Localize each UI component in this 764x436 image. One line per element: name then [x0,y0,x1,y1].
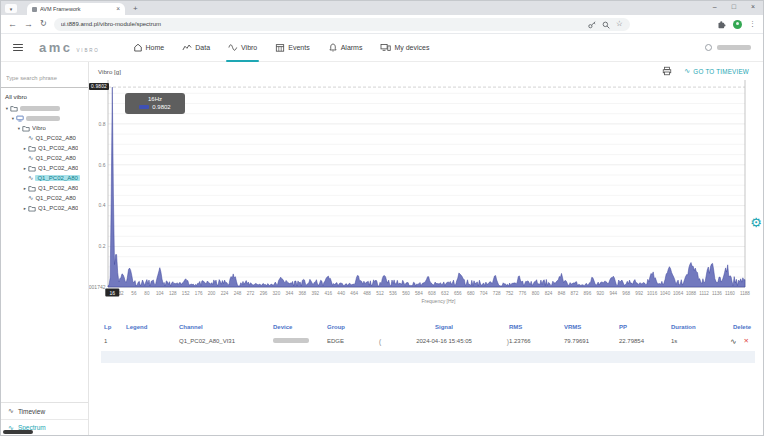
tree-item-folder[interactable]: ▸Q1_PC02_A80 [1,163,88,173]
table-header-group: Group [327,324,379,330]
sidebar: All vibro ▾▾▾Vibro∿Q1_PC02_A80▸Q1_PC02_A… [1,62,89,435]
folder-icon [28,165,36,172]
timeview-wave-icon: ∿ [684,67,690,75]
cell-rms: 1.23766 [509,338,564,344]
bottom-dark-bar [3,430,33,434]
svg-text:728: 728 [493,291,501,296]
nav-item-data[interactable]: Data [173,34,219,62]
user-name-redacted [717,45,751,50]
cursor-y-badge: 0.9802 [89,83,109,90]
wave-icon: ∿ [28,195,33,202]
table-header-legend: Legend [123,324,179,330]
nav-item-alarms[interactable]: Alarms [319,34,372,62]
table-header-vrms: VRMS [564,324,619,330]
svg-text:416: 416 [324,291,332,296]
nav-item-vibro[interactable]: Vibro [219,34,266,62]
tree-item-folder[interactable]: ▾ [1,113,88,123]
print-icon[interactable] [662,62,672,80]
nav-label: Home [146,44,165,51]
logo-subtext: VIBRO [77,48,100,53]
cell-device [273,338,327,344]
search-input[interactable] [6,75,83,81]
view-signal-wave-icon[interactable]: ∿ [730,337,736,346]
tree-item-folder[interactable]: ▾Vibro [1,123,88,133]
tree-item-channel[interactable]: ∿Q1_PC02_A80 [1,193,88,203]
browser-tabstrip: ▾ AVM Framework × + – □ × [1,1,763,15]
svg-text:440: 440 [337,291,345,296]
nav-item-my-devices[interactable]: My devices [371,34,438,62]
cell-vrms: 79.79691 [564,338,619,344]
user-avatar-icon [705,44,712,51]
chart-settings-gear-icon[interactable]: ⚙ [750,216,762,229]
tree-item-folder[interactable]: ▸Q1_PC02_A80 [1,183,88,193]
tree-label: Q1_PC02_A80 [38,145,78,151]
tree-item-folder[interactable]: ▾ [1,103,88,113]
tree-root-label[interactable]: All vibro [1,88,88,102]
folder-icon [28,205,36,212]
sidebar-search [1,62,88,88]
nav-item-home[interactable]: Home [124,34,174,62]
browser-tab[interactable]: AVM Framework × [27,3,125,15]
tree-item-folder[interactable]: ▸Q1_PC02_A80 [1,143,88,153]
profile-avatar[interactable] [733,20,742,29]
svg-text:248: 248 [234,291,242,296]
svg-text:0.6: 0.6 [99,162,106,168]
tree-label-redacted [20,106,60,111]
nav-label: Alarms [341,44,363,51]
nav-label: Data [195,44,210,51]
wave-icon: ∿ [28,175,33,182]
devices-icon [380,43,391,52]
spectrum-plot[interactable]: 0.985540.80.60.40.20.0017423256801041281… [89,80,763,304]
tree-item-channel[interactable]: ∿Q1_PC02_A80 [1,133,88,143]
extensions-icon[interactable] [717,15,726,33]
go-to-timeview-link[interactable]: ∿ GO TO TIMEVIEW [684,67,749,75]
svg-text:800: 800 [532,291,540,296]
tab-close-icon[interactable]: × [116,6,120,13]
bookmark-star-icon[interactable]: ☆ [616,20,623,28]
window-close-button[interactable]: × [751,3,755,10]
tree-label: Q1_PC02_A80 [35,155,75,161]
hamburger-menu-icon[interactable] [13,44,23,52]
svg-text:896: 896 [584,291,592,296]
new-tab-button[interactable]: + [133,5,138,13]
svg-text:344: 344 [286,291,294,296]
chrome-menu-icon[interactable]: ⋮ [749,20,756,28]
spectrum-chart[interactable]: 0.985540.80.60.40.20.0017423256801041281… [89,80,763,304]
window-maximize-button[interactable]: □ [732,3,736,10]
url-text[interactable]: ui.t889.amd.pl/vibro-module/spectrum [61,21,583,27]
svg-text:320: 320 [273,291,281,296]
sidebar-link-timeview[interactable]: ∿Timeview [1,403,88,419]
tree-item-folder[interactable]: ▸Q1_PC02_A80 [1,203,88,213]
svg-text:1188: 1188 [740,291,750,296]
table-header-rms: RMS [509,324,564,330]
address-bar[interactable]: ui.t889.amd.pl/vibro-module/spectrum ☆ [54,18,630,31]
tooltip-series-swatch [139,105,149,109]
reload-button[interactable]: ↻ [40,20,47,28]
forward-button[interactable]: → [24,20,33,29]
tree-label: Vibro [32,125,46,131]
tree-label: Q1_PC02_A80 [38,205,78,211]
tree-item-channel[interactable]: ∿Q1_PC02_A80 [1,153,88,163]
chart-title: Vibro [g] [98,68,121,75]
cell-lp: 1 [101,338,123,344]
window-minimize-button[interactable]: – [713,3,717,10]
table-header-signal: Signal [379,324,509,330]
password-key-icon[interactable] [588,15,596,33]
delete-row-icon[interactable]: ✕ [744,337,749,345]
back-button[interactable]: ← [8,20,17,29]
svg-text:1136: 1136 [712,291,722,296]
zoom-icon[interactable] [602,15,610,33]
signal-timestamp: 2024-04-16 15:45:05 [381,338,507,344]
cell-signal: (2024-04-16 15:45:05) [379,338,509,345]
user-menu[interactable] [705,44,751,51]
cell-group: EDGE [327,338,379,344]
table-header-delete: Delete [726,324,755,330]
nav-item-events[interactable]: Events [266,34,318,62]
svg-text:1016: 1016 [647,291,658,296]
table-empty-row [101,351,755,363]
tab-search-icon[interactable]: ▾ [5,4,17,13]
tree-item-channel[interactable]: ∿Q1_PC02_A80 [1,173,88,183]
svg-text:1064: 1064 [673,291,684,296]
svg-text:512: 512 [376,291,384,296]
svg-text:920: 920 [596,291,604,296]
